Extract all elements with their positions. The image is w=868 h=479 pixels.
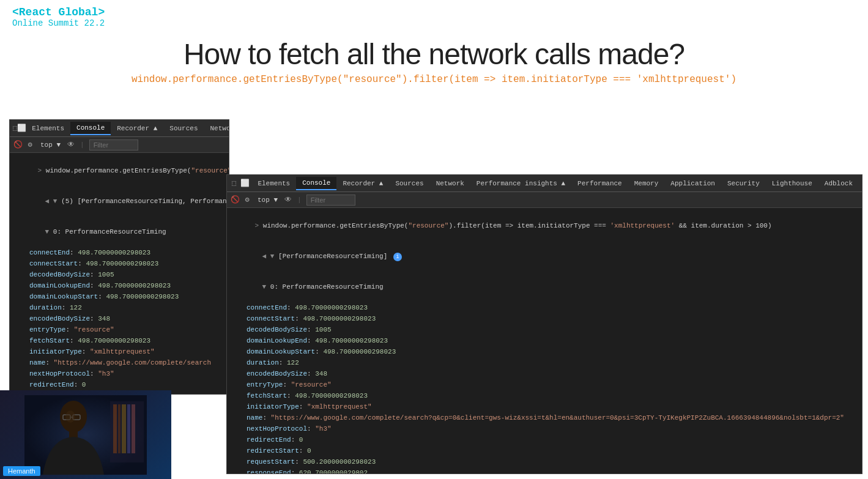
right-tab-elements[interactable]: Elements xyxy=(251,177,296,190)
svg-rect-4 xyxy=(122,404,126,453)
right-settings-icon[interactable]: ⚙ xyxy=(243,196,251,204)
right-result-array: ◀ ▼ [PerformanceResourceTiming] i xyxy=(227,241,862,272)
right-prop-nextHopProtocol: nextHopProtocol: "h3" xyxy=(227,423,862,434)
speaker-name-badge: Hemanth xyxy=(3,466,40,476)
devtools-left-toolbar: 🚫 ⚙ top ▼ 👁 | xyxy=(10,137,229,153)
console-right-content: > window.performance.getEntriesByType("r… xyxy=(227,208,862,473)
console-left-content: > window.performance.getEntriesByType("r… xyxy=(10,153,229,394)
right-tab-performance[interactable]: Performance xyxy=(571,177,628,190)
tab-console[interactable]: Console xyxy=(70,122,111,135)
devtools-right-toolbar: 🚫 ⚙ top ▼ 👁 | xyxy=(227,192,862,208)
prop-connectStart: connectStart: 498.70000000298023 xyxy=(10,258,229,269)
video-overlay: Hemanth xyxy=(0,390,171,479)
subtitle-code: window.performance.getEntriesByType("res… xyxy=(0,74,868,85)
devtools-right-tabs: ⬚ ⬜ Elements Console Recorder ▲ Sources … xyxy=(227,175,862,192)
prop-domainLookupEnd: domainLookupEnd: 498.70000000298023 xyxy=(10,280,229,291)
right-filter-input[interactable] xyxy=(306,195,355,206)
right-tab-recorder[interactable]: Recorder ▲ xyxy=(336,177,389,190)
right-input-line: > window.performance.getEntriesByType("r… xyxy=(227,210,862,241)
top-context-selector[interactable]: top ▼ xyxy=(38,141,63,149)
tab-elements[interactable]: Elements xyxy=(26,122,70,135)
right-clear-icon[interactable]: 🚫 xyxy=(231,196,239,204)
right-prop-duration: duration: 122 xyxy=(227,357,862,368)
header: <React Global> Online Summit 22.2 xyxy=(0,0,868,31)
right-result-0-header: ▼ 0: PerformanceResourceTiming xyxy=(227,272,862,302)
right-prop-redirectEnd: redirectEnd: 0 xyxy=(227,434,862,445)
speaker-silhouette xyxy=(24,395,147,475)
tab-sources[interactable]: Sources xyxy=(163,122,204,135)
console-filter-input[interactable] xyxy=(89,139,138,150)
devtools-inspect-icon[interactable]: ⬜ xyxy=(17,124,26,133)
brand-subtitle: Online Summit 22.2 xyxy=(12,18,856,28)
page-title: How to fetch all the network calls made? xyxy=(0,37,868,71)
svg-rect-5 xyxy=(127,404,130,453)
right-prop-encodedBodySize: encodedBodySize: 348 xyxy=(227,368,862,379)
devtools-left-tabs: ⬚ ⬜ Elements Console Recorder ▲ Sources … xyxy=(10,120,229,137)
right-prop-domainLookupEnd: domainLookupEnd: 498.70000000298023 xyxy=(227,335,862,346)
devtools-left-panel: ⬚ ⬜ Elements Console Recorder ▲ Sources … xyxy=(9,119,229,395)
right-prop-domainLookupStart: domainLookupStart: 498.70000000298023 xyxy=(227,346,862,357)
right-prop-responseEnd: responseEnd: 620.7000000029802 xyxy=(227,467,862,473)
right-tab-sources[interactable]: Sources xyxy=(389,177,429,190)
prop-redirectEnd: redirectEnd: 0 xyxy=(10,379,229,390)
right-prop-connectEnd: connectEnd: 498.70000000298023 xyxy=(227,302,862,313)
devtools-right-inspect-icon[interactable]: ⬜ xyxy=(240,179,249,188)
console-input-line: > window.performance.getEntriesByType("r… xyxy=(10,155,229,186)
right-prop-name: name: "https://www.google.com/complete/s… xyxy=(227,412,862,423)
prop-name: name: "https://www.google.com/complete/s… xyxy=(10,357,229,368)
devtools-right-cursor-icon[interactable]: ⬚ xyxy=(230,179,238,188)
svg-rect-2 xyxy=(113,404,117,453)
right-tab-network[interactable]: Network xyxy=(430,177,470,190)
right-prop-redirectStart: redirectStart: 0 xyxy=(227,445,862,456)
devtools-right-panel: ⬚ ⬜ Elements Console Recorder ▲ Sources … xyxy=(226,174,862,474)
right-tab-adblock[interactable]: Adblock xyxy=(818,177,859,190)
brand-title: <React Global> xyxy=(12,6,856,18)
svg-rect-6 xyxy=(132,404,135,453)
prop-fetchStart: fetchStart: 498.70000000298023 xyxy=(10,335,229,346)
prop-entryType: entryType: "resource" xyxy=(10,324,229,335)
tab-network[interactable]: Network xyxy=(204,122,229,135)
right-prop-requestStart: requestStart: 500.20000000298023 xyxy=(227,456,862,467)
right-tab-application[interactable]: Application xyxy=(664,177,721,190)
right-tab-security[interactable]: Security xyxy=(721,177,766,190)
right-top-selector[interactable]: top ▼ xyxy=(255,196,280,204)
right-tab-perf-insights[interactable]: Performance insights ▲ xyxy=(470,177,571,190)
right-prop-fetchStart: fetchStart: 498.70000000298023 xyxy=(227,390,862,401)
svg-point-12 xyxy=(65,410,75,423)
settings-icon[interactable]: ⚙ xyxy=(26,141,34,149)
prop-decodedBodySize: decodedBodySize: 1005 xyxy=(10,269,229,280)
right-tab-console[interactable]: Console xyxy=(296,177,336,190)
right-eye-icon[interactable]: 👁 xyxy=(284,196,292,204)
right-prop-entryType: entryType: "resource" xyxy=(227,379,862,390)
right-prop-initiatorType: initiatorType: "xmlhttprequest" xyxy=(227,401,862,412)
prop-duration: duration: 122 xyxy=(10,302,229,313)
prop-domainLookupStart: domainLookupStart: 498.70000000298023 xyxy=(10,291,229,302)
right-tab-lighthouse[interactable]: Lighthouse xyxy=(766,177,818,190)
prop-initiatorType: initiatorType: "xmlhttprequest" xyxy=(10,346,229,357)
right-tab-memory[interactable]: Memory xyxy=(628,177,665,190)
prop-nextHopProtocol: nextHopProtocol: "h3" xyxy=(10,368,229,379)
clear-console-icon[interactable]: 🚫 xyxy=(13,141,22,149)
tab-recorder[interactable]: Recorder ▲ xyxy=(111,122,163,135)
svg-rect-3 xyxy=(118,404,121,453)
prop-connectEnd: connectEnd: 498.70000000298023 xyxy=(10,247,229,258)
right-prop-connectStart: connectStart: 498.70000000298023 xyxy=(227,313,862,324)
prop-encodedBodySize: encodedBodySize: 348 xyxy=(10,313,229,324)
eye-icon[interactable]: 👁 xyxy=(67,141,75,149)
console-result-array: ◀ ▼ (5) [PerformanceResourceTiming, Perf… xyxy=(10,186,229,217)
right-prop-decodedBodySize: decodedBodySize: 1005 xyxy=(227,324,862,335)
console-result-0-header: ▼ 0: PerformanceResourceTiming xyxy=(10,217,229,247)
